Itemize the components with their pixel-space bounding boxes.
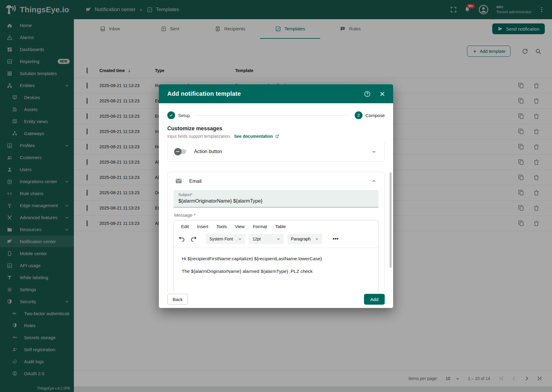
help-icon[interactable] <box>364 90 371 98</box>
action-button-label: Action button <box>194 149 222 154</box>
action-button-card: Action button <box>167 142 385 161</box>
editor-toolbar: System Font 12pt Paragraph ••• <box>174 231 378 248</box>
message-line-2: The ${alarmOriginatorName} alarmed ${ala… <box>182 268 370 275</box>
chevron-down-icon <box>238 237 242 241</box>
action-button-toggle[interactable] <box>175 149 186 154</box>
chevron-up-icon[interactable] <box>371 178 377 184</box>
menu-view[interactable]: View <box>235 224 244 229</box>
stepper: Setup 2 Compose <box>167 109 385 122</box>
dialog-scrollbar[interactable] <box>390 172 392 268</box>
rich-text-editor: Edit Insert Tools View Format Table Syst… <box>174 220 378 292</box>
redo-icon[interactable] <box>190 235 197 243</box>
undo-icon[interactable] <box>178 235 186 243</box>
email-title: Email <box>189 178 202 184</box>
dialog-body: Setup 2 Compose Customize messages Input… <box>159 109 393 292</box>
menu-insert[interactable]: Insert <box>197 224 208 229</box>
font-family-select[interactable]: System Font <box>206 234 245 244</box>
font-size-select[interactable]: 12pt <box>249 234 284 244</box>
menu-table[interactable]: Table <box>275 224 286 229</box>
dialog-footer: Back Add <box>159 293 393 308</box>
step-compose-label[interactable]: Compose <box>365 113 385 118</box>
see-documentation-link[interactable]: See documentation <box>234 134 279 139</box>
subject-value: ${alarmOriginatorName} ${alarmType} <box>178 198 374 204</box>
chevron-down-icon <box>276 237 281 241</box>
more-tools-icon[interactable]: ••• <box>330 234 341 244</box>
chevron-down-icon[interactable] <box>371 148 377 155</box>
step-compose-number: 2 <box>355 111 362 119</box>
external-link-icon <box>275 134 280 139</box>
close-icon[interactable] <box>379 90 386 98</box>
menu-edit[interactable]: Edit <box>181 224 189 229</box>
back-button[interactable]: Back <box>167 294 188 305</box>
subject-label: Subject* <box>178 193 374 197</box>
dialog-header: Add notification template <box>159 84 393 103</box>
check-icon <box>169 113 174 118</box>
message-body-input[interactable]: Hi ${recipientFirstName:capitalize} ${re… <box>174 248 378 282</box>
email-card: Email Subject* ${alarmOriginatorName} ${… <box>167 172 385 292</box>
chevron-down-icon <box>314 237 319 241</box>
templatization-hint: Input fields support templatization. See… <box>167 134 385 139</box>
menu-tools[interactable]: Tools <box>216 224 227 229</box>
paragraph-style-select[interactable]: Paragraph <box>287 234 322 244</box>
dialog-title: Add notification template <box>167 90 241 97</box>
message-line-1: Hi ${recipientFirstName:capitalize} ${re… <box>182 256 370 262</box>
subject-field[interactable]: Subject* ${alarmOriginatorName} ${alarmT… <box>174 190 378 207</box>
menu-format[interactable]: Format <box>253 224 267 229</box>
step-setup-done <box>167 111 175 119</box>
add-notification-template-dialog: Add notification template Setup 2 Compos… <box>159 84 393 308</box>
customize-messages-heading: Customize messages <box>167 125 385 132</box>
message-label: Message * <box>174 213 378 218</box>
mail-icon <box>175 177 183 185</box>
toggle-thumb <box>174 148 181 155</box>
add-button[interactable]: Add <box>364 294 385 305</box>
stepper-connector <box>195 115 350 116</box>
editor-menubar: Edit Insert Tools View Format Table <box>174 220 378 231</box>
compose-scroll-area: Action button Email Subject* ${alarmOrig… <box>167 142 385 292</box>
step-setup-label[interactable]: Setup <box>178 113 190 118</box>
email-card-header[interactable]: Email <box>174 175 378 187</box>
